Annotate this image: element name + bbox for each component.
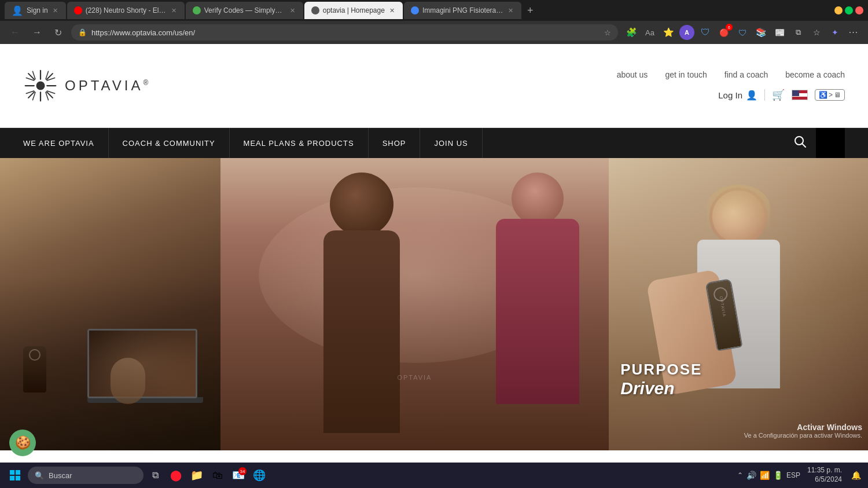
taskbar-explorer-icon[interactable]: 📁 [187,466,206,485]
cookie-consent-button[interactable]: 🍪 [9,430,36,456]
taskbar-task-view[interactable]: ⧉ [146,466,164,485]
tab-bar: 👤 Sign in ✕ (228) Neutro Shorty - El Re.… [0,0,868,21]
taskbar-search-icon: 🔍 [35,471,44,480]
split-screen-icon[interactable]: ⧉ [790,25,806,40]
us-flag-icon [792,90,808,100]
tab-close-signin[interactable]: ✕ [52,7,59,14]
browser-chrome: 👤 Sign in ✕ (228) Neutro Shorty - El Re.… [0,0,868,44]
reader-icon[interactable]: Aa [642,25,657,40]
tab-close-optavia[interactable]: ✕ [388,7,396,14]
svg-rect-22 [16,476,20,480]
svg-line-18 [802,144,806,147]
user-icon: 👤 [746,90,757,101]
windows-activate-notice: Activar Windows Ve a Configuración para … [744,423,862,439]
new-tab-button[interactable]: + [523,5,538,17]
main-nav: WE ARE OPTAVIA COACH & COMMUNITY MEAL PL… [0,128,868,158]
utility-bar: Log In 👤 🛒 ♿ > 🖥 [718,89,845,101]
find-a-coach-link[interactable]: find a coach [724,70,768,79]
nav-shop[interactable]: SHOP [369,128,421,158]
system-clock[interactable]: 11:35 p. m. 6/5/2024 [807,466,842,484]
search-button[interactable] [785,135,816,151]
browser-actions: 🧩 Aa ⭐ A 🛡 🔴6 🛡 📚 📰 ⧉ ☆ ✦ ··· [624,25,861,40]
tray-wifi-icon[interactable]: 📶 [760,471,770,480]
tab-signin[interactable]: 👤 Sign in ✕ [5,2,66,19]
accessibility-icon: ♿ [819,91,827,99]
more-options-button[interactable]: ··· [846,25,861,40]
taskbar-search[interactable]: 🔍 Buscar [28,467,144,484]
taskbar-opera-icon[interactable]: ⬤ [167,466,185,485]
taskbar-store-icon[interactable]: 🛍 [208,466,227,485]
tab-neutro[interactable]: (228) Neutro Shorty - El Re... ✕ [67,2,185,19]
divider [764,89,765,101]
nav-coach-community[interactable]: COACH & COMMUNITY [109,128,230,158]
hero-panel-couple: OPTAVIA [220,158,609,450]
favorites-bar-icon[interactable]: ☆ [809,25,824,40]
forward-button[interactable]: → [29,26,45,39]
tray-volume-icon[interactable]: 🔊 [746,471,756,480]
copilot-icon[interactable]: ✦ [827,25,843,40]
nav-we-are-optavia[interactable]: WE ARE OPTAVIA [23,128,109,158]
svg-point-0 [36,82,45,90]
nav-meal-plans[interactable]: MEAL PLANS & PRODUCTS [230,128,369,158]
tab-simplycodes[interactable]: Verify Codes — SimplyCodes ✕ [186,2,303,19]
extension-addon-icon[interactable]: 🔴6 [716,25,731,40]
notification-button[interactable]: 🔔 [849,471,863,480]
shield-icon[interactable]: 🛡 [698,25,713,40]
logo-text: OPTAVIA® [65,78,148,94]
taskbar-edge-icon[interactable]: 🌐 [250,466,269,485]
tab-close-simplycodes[interactable]: ✕ [289,7,296,14]
window-restore[interactable]: □ [845,6,853,14]
lock-icon: 🔒 [78,28,87,36]
login-button[interactable]: Log In 👤 [718,90,757,101]
collections-icon[interactable]: 📚 [753,25,768,40]
logo-area: OPTAVIA® [23,68,148,103]
taskbar: 🔍 Buscar ⧉ ⬤ 📁 🛍 📧 34 🌐 ⌃ 🔊 📶 🔋 ESP 11:3… [0,463,868,488]
refresh-button[interactable]: ↻ [51,26,65,39]
address-bar: ← → ↻ 🔒 https://www.optavia.com/us/en/ ☆… [0,21,868,44]
screen-icon: 🖥 [834,91,841,99]
svg-rect-19 [10,470,14,475]
top-right-nav: about us get in touch find a coach becom… [617,70,845,101]
tracking-icon[interactable]: 🛡 [735,25,750,40]
url-bar[interactable]: 🔒 https://www.optavia.com/us/en/ ☆ [71,24,618,41]
optavia-logo-icon [23,68,58,103]
system-tray: ⌃ 🔊 📶 🔋 ESP [737,471,800,480]
tab-close-png[interactable]: ✕ [507,7,514,14]
become-a-coach-link[interactable]: become a coach [785,70,845,79]
language-selector[interactable] [792,90,808,100]
tray-language[interactable]: ESP [786,471,800,479]
reader-view-icon[interactable]: 📰 [772,25,787,40]
top-nav: OPTAVIA® about us get in touch find a co… [0,44,868,128]
cart-button[interactable]: 🛒 [772,89,785,101]
nav-join-us[interactable]: JOIN US [420,128,482,158]
window-controls: — □ ✕ [834,6,863,14]
url-text: https://www.optavia.com/us/en/ [91,28,599,37]
website: OPTAVIA® about us get in touch find a co… [0,44,868,450]
profile-icon[interactable]: A [679,25,694,40]
accessibility-arrow-icon: > [829,91,833,99]
favorites-icon[interactable]: ⭐ [661,25,676,40]
extensions-icon[interactable]: 🧩 [624,25,639,40]
top-links: about us get in touch find a coach becom… [617,70,845,79]
window-minimize[interactable]: — [834,6,843,14]
svg-rect-20 [16,470,20,475]
nav-end-block [816,128,845,158]
tab-png[interactable]: Immagini PNG Fisioterapia - Sea... ✕ [404,2,521,19]
hero-panel-kitchen [0,158,220,450]
window-close[interactable]: ✕ [855,6,863,14]
tab-optavia[interactable]: optavia | Homepage ✕ [304,2,403,19]
accessibility-button[interactable]: ♿ > 🖥 [815,89,845,101]
get-in-touch-link[interactable]: get in touch [665,70,707,79]
bookmark-icon[interactable]: ☆ [604,28,611,37]
svg-rect-21 [10,476,14,480]
tab-close-neutro[interactable]: ✕ [170,7,178,14]
back-button[interactable]: ← [7,26,23,39]
taskbar-email-icon[interactable]: 📧 34 [229,466,248,485]
about-us-link[interactable]: about us [617,70,648,79]
purpose-text: PURPOSE Driven [620,361,702,398]
tray-up-arrow[interactable]: ⌃ [737,471,743,479]
tray-power-icon[interactable]: 🔋 [773,471,783,480]
start-button[interactable] [5,465,25,486]
hero-panel-woman: OPTAVIA PURPOSE Driven Activar Windows V… [609,158,868,450]
hero-section: OPTAVIA [0,158,868,450]
